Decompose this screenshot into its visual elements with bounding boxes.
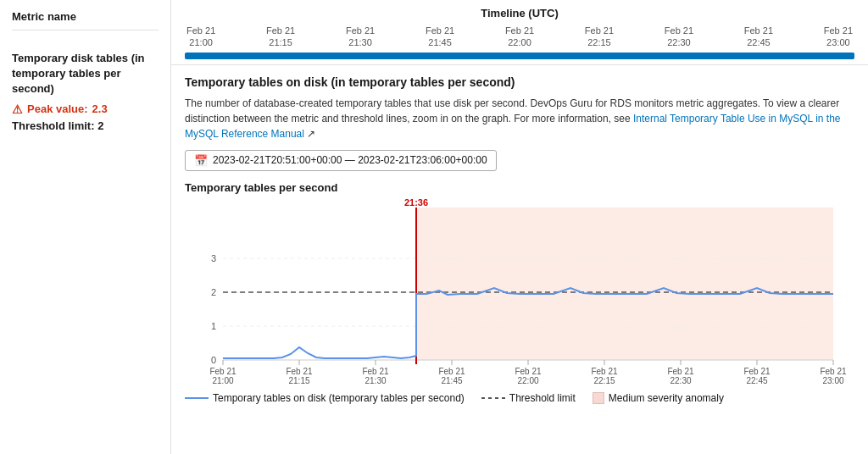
- peak-value-number: 2.3: [92, 102, 108, 115]
- x-label-3: Feb 21: [438, 367, 465, 376]
- peak-label: Peak value:: [27, 102, 88, 115]
- date-range-selector[interactable]: 📅 2023-02-21T20:51:00+00:00 — 2023-02-21…: [185, 150, 497, 171]
- timeline-slider[interactable]: [185, 53, 854, 59]
- timeline-title: Timeline (UTC): [185, 7, 854, 19]
- x-label-0: Feb 21: [209, 367, 236, 376]
- chart-subtitle: Temporary tables per second: [185, 181, 854, 194]
- content-area: Temporary tables on disk (in temporary t…: [171, 65, 868, 414]
- x-label-4: Feb 21: [515, 367, 542, 376]
- legend-metric: Temporary tables on disk (temporary tabl…: [185, 392, 465, 404]
- calendar-icon: 📅: [194, 154, 208, 167]
- metric-item-title: Temporary disk tables (in temporary tabl…: [12, 51, 159, 97]
- timeline-slider-fill: [185, 53, 854, 59]
- x-label-3b: 21:45: [441, 376, 462, 385]
- x-label-7b: 22:45: [746, 376, 767, 385]
- timeline-tick: Feb 2121:30: [346, 25, 375, 49]
- legend-anomaly-box: [593, 392, 604, 404]
- x-label-4b: 22:00: [517, 376, 538, 385]
- x-label-2b: 21:30: [364, 376, 386, 385]
- legend-metric-label: Temporary tables on disk (temporary tabl…: [213, 392, 465, 404]
- chart-wrapper: 0 1 2 3 21:36 Feb 21 21:00: [185, 199, 854, 385]
- x-label-1: Feb 21: [286, 367, 313, 376]
- x-label-1b: 21:15: [288, 376, 309, 385]
- legend-anomaly-label: Medium severity anomaly: [609, 392, 724, 404]
- legend-metric-line: [185, 397, 209, 399]
- main-chart: 0 1 2 3 21:36 Feb 21 21:00: [185, 199, 854, 385]
- x-label-0b: 21:00: [212, 376, 233, 385]
- x-label-5: Feb 21: [591, 367, 618, 376]
- timeline-ticks: Feb 2121:00 Feb 2121:15 Feb 2121:30 Feb …: [185, 25, 854, 49]
- legend-anomaly: Medium severity anomaly: [593, 392, 724, 404]
- date-range-text: 2023-02-21T20:51:00+00:00 — 2023-02-21T2…: [213, 154, 487, 166]
- timeline-tick: Feb 2122:00: [505, 25, 534, 49]
- x-label-6: Feb 21: [667, 367, 694, 376]
- x-label-2: Feb 21: [362, 367, 389, 376]
- x-label-8: Feb 21: [820, 367, 847, 376]
- warning-icon: ⚠: [12, 102, 23, 116]
- timeline-tick: Feb 2122:15: [585, 25, 614, 49]
- anomaly-region: [416, 208, 833, 360]
- threshold-limit: Threshold limit: 2: [12, 119, 159, 132]
- metric-name-header: Metric name: [12, 10, 159, 30]
- chart-description: The number of database-created temporary…: [185, 96, 854, 141]
- legend: Temporary tables on disk (temporary tabl…: [185, 392, 854, 404]
- y-label-2: 2: [211, 287, 216, 297]
- x-label-5b: 22:15: [593, 376, 615, 385]
- x-label-8b: 23:00: [822, 376, 843, 385]
- chart-title: Temporary tables on disk (in temporary t…: [185, 75, 854, 89]
- y-label-0: 0: [211, 355, 216, 365]
- y-label-3: 3: [211, 253, 216, 263]
- legend-threshold: Threshold limit: [481, 392, 576, 404]
- timeline-header: Timeline (UTC) Feb 2121:00 Feb 2121:15 F…: [171, 0, 868, 65]
- timeline-tick: Feb 2122:30: [665, 25, 693, 49]
- timeline-tick: Feb 2121:15: [266, 25, 295, 49]
- y-label-1: 1: [211, 321, 216, 331]
- metric-item: Temporary disk tables (in temporary tabl…: [12, 51, 159, 132]
- timeline-tick: Feb 2122:45: [744, 25, 773, 49]
- x-label-7: Feb 21: [743, 367, 771, 376]
- x-label-6b: 22:30: [670, 376, 691, 385]
- timeline-tick: Feb 2121:45: [426, 25, 454, 49]
- peak-value: ⚠ Peak value: 2.3: [12, 102, 159, 116]
- right-panel: Timeline (UTC) Feb 2121:00 Feb 2121:15 F…: [171, 0, 868, 454]
- legend-threshold-label: Threshold limit: [509, 392, 576, 404]
- timeline-tick: Feb 2123:00: [824, 25, 853, 49]
- timeline-tick: Feb 2121:00: [186, 25, 215, 49]
- legend-threshold-line: [481, 397, 505, 399]
- anomaly-time-label: 21:36: [404, 199, 428, 208]
